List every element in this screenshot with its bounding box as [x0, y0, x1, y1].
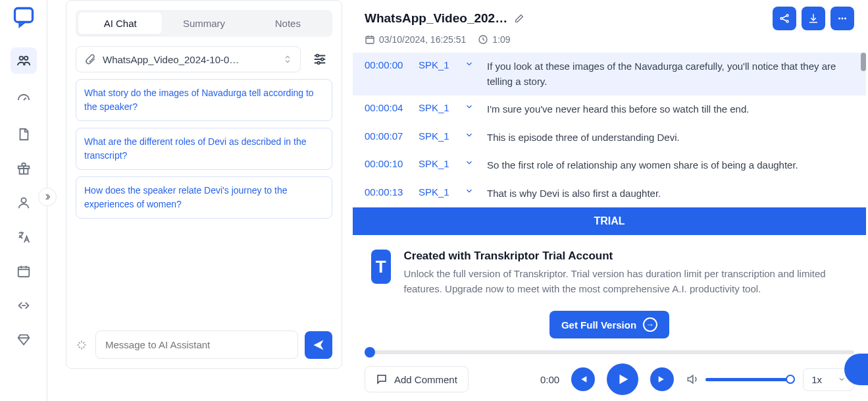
- file-date: 03/10/2024, 16:25:51: [365, 34, 466, 45]
- sidebar-calendar-icon[interactable]: [16, 263, 32, 279]
- chevron-down-icon[interactable]: [465, 102, 478, 111]
- ai-chat-panel: AI Chat Summary Notes WhatsApp_Video_202…: [66, 0, 342, 369]
- svg-point-11: [786, 14, 788, 16]
- svg-point-15: [844, 18, 846, 20]
- get-full-version-button[interactable]: Get Full Version →: [549, 311, 669, 338]
- progress-handle[interactable]: [365, 347, 375, 358]
- sidebar-dashboard-icon[interactable]: [16, 92, 32, 108]
- transcript-text: I'm sure you've never heard this before …: [487, 102, 854, 117]
- more-menu-button[interactable]: [830, 7, 854, 30]
- speaker-label[interactable]: SPK_1: [419, 130, 455, 142]
- transcript-panel: WhatsApp_Video_202… 03/10/2024, 16:25:51…: [353, 0, 866, 369]
- transcript-row[interactable]: 00:00:00 SPK_1 If you look at these imag…: [353, 53, 866, 95]
- transcript-text: If you look at these images of the Navad…: [487, 59, 854, 89]
- svg-rect-0: [14, 9, 32, 22]
- panel-tabs: AI Chat Summary Notes: [76, 10, 332, 37]
- chevron-down-icon[interactable]: [465, 130, 478, 140]
- sidebar-translate-icon[interactable]: [16, 229, 32, 245]
- sidebar-expand-button[interactable]: [38, 188, 57, 206]
- sidebar-document-icon[interactable]: [16, 126, 32, 142]
- next-button[interactable]: [650, 367, 674, 391]
- speaker-label[interactable]: SPK_1: [419, 59, 455, 70]
- svg-point-10: [780, 18, 782, 20]
- suggestion-item[interactable]: What story do the images of Navadurga te…: [76, 79, 332, 121]
- svg-rect-16: [366, 36, 374, 43]
- chevron-updown-icon: [283, 55, 292, 64]
- timestamp: 00:00:00: [365, 59, 409, 70]
- chevron-down-icon[interactable]: [465, 158, 478, 167]
- current-time: 0:00: [540, 374, 559, 385]
- volume-icon[interactable]: [686, 373, 699, 386]
- svg-point-7: [317, 55, 319, 57]
- volume-control: [686, 373, 791, 386]
- sidebar-gift-icon[interactable]: [16, 161, 32, 176]
- play-button[interactable]: [607, 363, 638, 395]
- trial-upsell: T Created with Transkriptor Trial Accoun…: [353, 235, 866, 311]
- playback-progress[interactable]: [353, 350, 866, 354]
- tab-summary[interactable]: Summary: [162, 13, 245, 34]
- file-duration: 1:09: [478, 34, 510, 45]
- svg-rect-6: [18, 267, 29, 277]
- sidebar-user-icon[interactable]: [16, 195, 32, 211]
- file-selector[interactable]: WhatsApp_Video_2024-10-0…: [76, 46, 301, 72]
- svg-point-5: [21, 198, 26, 203]
- timestamp: 00:00:10: [365, 158, 409, 169]
- svg-point-8: [321, 58, 324, 61]
- timestamp: 00:00:13: [365, 186, 409, 198]
- prev-button[interactable]: [571, 367, 595, 391]
- page-title: WhatsApp_Video_202…: [365, 11, 507, 26]
- suggestion-item[interactable]: How does the speaker relate Devi's journ…: [76, 176, 332, 219]
- app-logo-icon: [12, 5, 36, 29]
- transcript-list[interactable]: 00:00:00 SPK_1 If you look at these imag…: [353, 53, 866, 207]
- sidebar-people-icon[interactable]: [11, 47, 37, 74]
- chevron-down-icon[interactable]: [465, 59, 478, 68]
- sidebar-diamond-icon[interactable]: [16, 332, 32, 348]
- transcript-text: This is episode three of understanding D…: [487, 130, 854, 146]
- send-button[interactable]: [305, 331, 332, 359]
- edit-title-icon[interactable]: [514, 13, 524, 24]
- transcript-row[interactable]: 00:00:04 SPK_1 I'm sure you've never hea…: [353, 95, 866, 124]
- scrollbar-thumb[interactable]: [861, 53, 866, 71]
- speaker-label[interactable]: SPK_1: [419, 102, 455, 113]
- sparkle-icon: [76, 339, 89, 351]
- file-meta: 03/10/2024, 16:25:51 1:09: [353, 30, 866, 53]
- svg-point-1: [19, 57, 22, 61]
- share-button[interactable]: [773, 7, 796, 30]
- timestamp: 00:00:04: [365, 102, 409, 113]
- add-comment-label: Add Comment: [394, 374, 457, 385]
- svg-point-2: [24, 57, 27, 61]
- suggestion-item[interactable]: What are the different roles of Devi as …: [76, 128, 332, 170]
- svg-point-13: [838, 18, 840, 20]
- svg-point-12: [786, 20, 788, 22]
- svg-point-9: [317, 62, 320, 65]
- transcript-text: That is why Devi is also first a daughte…: [487, 186, 854, 201]
- trial-banner: TRIAL: [353, 207, 866, 235]
- svg-point-14: [842, 18, 844, 20]
- sidebar-plug-icon[interactable]: [16, 298, 32, 313]
- transcript-row[interactable]: 00:00:07 SPK_1 This is episode three of …: [353, 124, 866, 152]
- arrow-right-circle-icon: →: [643, 317, 657, 332]
- chat-message-input[interactable]: [95, 331, 298, 359]
- suggestions-list: What story do the images of Navadurga te…: [76, 79, 332, 219]
- file-selector-row: WhatsApp_Video_2024-10-0…: [76, 46, 332, 72]
- transcript-row[interactable]: 00:00:13 SPK_1 That is why Devi is also …: [353, 180, 866, 208]
- speaker-label[interactable]: SPK_1: [419, 158, 455, 169]
- header-actions: [773, 7, 854, 30]
- volume-handle[interactable]: [786, 375, 795, 384]
- player-controls: Add Comment 0:00 1x: [353, 354, 866, 401]
- paperclip-icon: [84, 53, 96, 65]
- filter-sliders-button[interactable]: [307, 47, 332, 72]
- tab-notes[interactable]: Notes: [246, 13, 330, 34]
- speed-value: 1x: [811, 374, 822, 385]
- volume-slider[interactable]: [705, 378, 791, 381]
- speaker-label[interactable]: SPK_1: [419, 186, 455, 198]
- timestamp: 00:00:07: [365, 130, 409, 142]
- tab-ai-chat[interactable]: AI Chat: [78, 13, 162, 34]
- add-comment-button[interactable]: Add Comment: [365, 366, 469, 392]
- transcript-row[interactable]: 00:00:10 SPK_1 So the first role of rela…: [353, 151, 866, 180]
- trial-body: Unlock the full version of Transkriptor.…: [404, 267, 848, 296]
- trial-logo-icon: T: [371, 250, 391, 284]
- chevron-down-icon[interactable]: [465, 186, 478, 196]
- download-button[interactable]: [802, 7, 825, 30]
- trial-heading: Created with Transkriptor Trial Account: [404, 250, 848, 263]
